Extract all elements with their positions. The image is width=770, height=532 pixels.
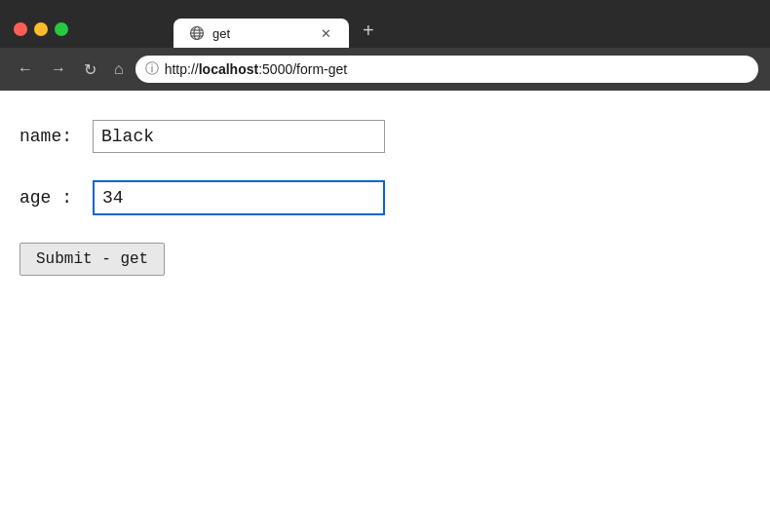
page-content: name: age : Submit - get [0,91,770,332]
home-button[interactable]: ⌂ [108,57,130,82]
globe-icon [189,25,205,41]
active-tab[interactable]: get ✕ [173,19,349,48]
name-input[interactable] [93,120,385,153]
nav-bar: ← → ↻ ⌂ ⓘ http://localhost:5000/form-get [0,48,770,91]
name-row: name: [19,120,751,153]
name-label: name: [19,127,83,146]
traffic-lights [14,22,68,36]
info-icon: ⓘ [145,60,159,78]
back-button[interactable]: ← [12,57,39,82]
maximize-button[interactable] [55,22,68,36]
submit-row: Submit - get [19,243,751,276]
tab-title: get [212,26,310,41]
forward-button[interactable]: → [45,57,72,82]
tab-close-button[interactable]: ✕ [318,25,333,41]
new-tab-button[interactable]: + [353,16,384,46]
submit-button[interactable]: Submit - get [19,243,165,276]
title-bar: get ✕ + [0,0,770,48]
tab-bar: get ✕ + [76,10,384,48]
address-bar[interactable]: ⓘ http://localhost:5000/form-get [135,56,758,83]
url-text: http://localhost:5000/form-get [165,61,348,77]
reload-button[interactable]: ↻ [78,57,102,83]
browser-chrome: get ✕ + ← → ↻ ⌂ ⓘ http://localhost:5000/… [0,0,770,91]
age-label: age : [19,188,83,208]
minimize-button[interactable] [34,22,48,36]
age-input[interactable] [93,180,385,215]
age-row: age : [19,180,751,215]
close-button[interactable] [14,22,27,36]
